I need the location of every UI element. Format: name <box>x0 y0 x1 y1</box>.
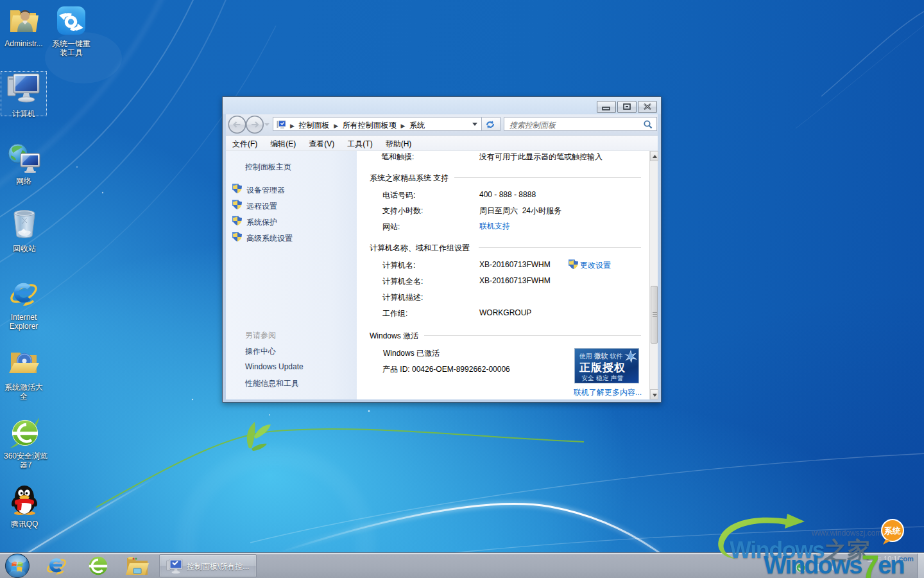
svg-text:系统: 系统 <box>884 526 901 536</box>
